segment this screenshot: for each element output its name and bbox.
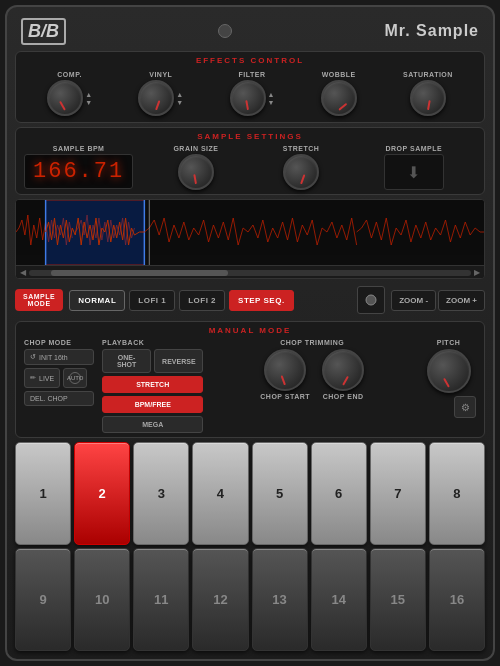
- mode-normal-btn[interactable]: NORMAL: [69, 290, 125, 311]
- scroll-thumb[interactable]: [51, 270, 228, 276]
- waveform-svg: [16, 200, 484, 265]
- pad-13[interactable]: 13: [252, 548, 308, 651]
- wobble-label: WOBBLE: [322, 71, 356, 78]
- chop-start-group: CHOP START: [260, 349, 310, 400]
- mode-controls: SAMPLE MODE NORMAL LOFI 1 LOFI 2 STEP SE…: [15, 283, 485, 317]
- pad-10[interactable]: 10: [74, 548, 130, 651]
- record-icon: [365, 294, 377, 306]
- chop-trim-label: CHOP TRIMMING: [280, 339, 344, 346]
- filter-up-arrow[interactable]: ▲: [268, 91, 275, 98]
- saturation-knob[interactable]: [410, 80, 446, 116]
- waveform-scrollbar[interactable]: ◀ ▶: [16, 265, 484, 279]
- pad-7[interactable]: 7: [370, 442, 426, 545]
- settings-btn[interactable]: ⚙: [454, 396, 476, 418]
- gear-icon: ⚙: [461, 402, 470, 413]
- vinyl-knob[interactable]: [138, 80, 174, 116]
- pad-1[interactable]: 1: [15, 442, 71, 545]
- chop-start-knob[interactable]: [264, 349, 306, 391]
- drop-icon: ⬇: [407, 163, 420, 182]
- waveform-section[interactable]: ◀ ▶: [15, 199, 485, 279]
- vinyl-label: VINYL: [149, 71, 172, 78]
- grain-size-group: GRAIN SIZE: [173, 145, 218, 190]
- wobble-knob-group: WOBBLE: [321, 71, 357, 116]
- mode-lofi2-btn[interactable]: LOFI 2: [179, 290, 225, 311]
- vinyl-knob-group: VINYL ▲ ▼: [138, 71, 183, 116]
- filter-knob[interactable]: [230, 80, 266, 116]
- grain-size-label: GRAIN SIZE: [173, 145, 218, 152]
- drop-sample-area: DROP SAMPLE ⬇: [384, 145, 444, 190]
- zoom-plus-btn[interactable]: ZOOM +: [438, 290, 485, 311]
- pad-2[interactable]: 2: [74, 442, 130, 545]
- filter-knob-group: FILTER ▲ ▼: [230, 71, 275, 116]
- vinyl-down-arrow[interactable]: ▼: [176, 99, 183, 106]
- pitch-label: PITCH: [437, 339, 461, 346]
- pad-6[interactable]: 6: [311, 442, 367, 545]
- pad-8[interactable]: 8: [429, 442, 485, 545]
- mode-buttons-group: NORMAL LOFI 1 LOFI 2 STEP SEQ.: [69, 290, 351, 311]
- stretch-knob[interactable]: [283, 154, 319, 190]
- pad-15[interactable]: 15: [370, 548, 426, 651]
- init-16th-btn[interactable]: ↺ INIT 16th: [24, 349, 94, 365]
- chop-end-label: CHOP END: [323, 393, 364, 400]
- stretch-label: STRETCH: [283, 145, 320, 152]
- comp-down-arrow[interactable]: ▼: [85, 99, 92, 106]
- chop-start-label: CHOP START: [260, 393, 310, 400]
- pad-3[interactable]: 3: [133, 442, 189, 545]
- auto-btn[interactable]: AUTO: [63, 368, 87, 388]
- rotate-icon: ↺: [30, 353, 36, 361]
- drop-sample-box[interactable]: ⬇: [384, 154, 444, 190]
- stretch-btn[interactable]: STRETCH: [102, 376, 203, 393]
- svg-rect-2: [46, 200, 145, 265]
- waveform-canvas: [16, 200, 484, 265]
- record-btn[interactable]: [357, 286, 385, 314]
- app-title: Mr. Sample: [385, 22, 479, 40]
- brand-logo: B/B: [21, 18, 66, 45]
- sample-mode-box: SAMPLE MODE: [15, 289, 63, 311]
- pads-row-2: 9 10 11 12 13 14 15 16: [15, 548, 485, 651]
- bpm-screen: 166.71: [24, 154, 133, 189]
- comp-up-arrow[interactable]: ▲: [85, 91, 92, 98]
- sample-settings-section: SAMPLE SETTINGS SAMPLE BPM 166.71 GRAIN …: [15, 127, 485, 195]
- zoom-minus-btn[interactable]: ZOOM -: [391, 290, 436, 311]
- svg-point-6: [366, 295, 376, 305]
- filter-down-arrow[interactable]: ▼: [268, 99, 275, 106]
- mega-btn[interactable]: MEGA: [102, 416, 203, 433]
- chop-end-knob[interactable]: [322, 349, 364, 391]
- mode-stepseq-btn[interactable]: STEP SEQ.: [229, 290, 294, 311]
- zoom-buttons: ZOOM - ZOOM +: [391, 290, 485, 311]
- pads-row-1: 1 2 3 4 5 6 7 8: [15, 442, 485, 545]
- effects-section-label: EFFECTS CONTROL: [24, 56, 476, 65]
- drop-sample-label: DROP SAMPLE: [385, 145, 442, 152]
- effects-knobs-row: COMP. ▲ ▼ VINYL ▲ ▼: [24, 69, 476, 118]
- sample-mode-label2: MODE: [28, 300, 51, 307]
- manual-mode-section: MANUAL MODE CHOP MODE ↺ INIT 16th ✏ LIVE…: [15, 321, 485, 438]
- pad-5[interactable]: 5: [252, 442, 308, 545]
- playback-col: PLAYBACK ONE-SHOT REVERSE STRETCH BPM/FR…: [102, 339, 203, 433]
- comp-knob[interactable]: [47, 80, 83, 116]
- vinyl-up-arrow[interactable]: ▲: [176, 91, 183, 98]
- wobble-knob[interactable]: [321, 80, 357, 116]
- bpm-free-btn[interactable]: BPM/FREE: [102, 396, 203, 413]
- reverse-btn[interactable]: REVERSE: [154, 349, 203, 373]
- pad-16[interactable]: 16: [429, 548, 485, 651]
- pad-4[interactable]: 4: [192, 442, 248, 545]
- mode-lofi1-btn[interactable]: LOFI 1: [129, 290, 175, 311]
- del-chop-btn[interactable]: DEL. CHOP: [24, 391, 94, 406]
- pad-12[interactable]: 12: [192, 548, 248, 651]
- live-btn[interactable]: ✏ LIVE: [24, 368, 60, 388]
- bpm-label: SAMPLE BPM: [53, 145, 105, 152]
- scroll-track[interactable]: [29, 270, 471, 276]
- manual-mode-label: MANUAL MODE: [24, 326, 476, 335]
- pad-14[interactable]: 14: [311, 548, 367, 651]
- pads-section: 1 2 3 4 5 6 7 8 9 10 11 12 13 14 15 16: [15, 442, 485, 651]
- scroll-right-arrow[interactable]: ▶: [474, 268, 480, 277]
- one-shot-btn[interactable]: ONE-SHOT: [102, 349, 151, 373]
- scroll-left-arrow[interactable]: ◀: [20, 268, 26, 277]
- pitch-knob[interactable]: [427, 349, 471, 393]
- chop-trim-col: CHOP TRIMMING CHOP START CHOP END: [211, 339, 413, 400]
- effects-control-section: EFFECTS CONTROL COMP. ▲ ▼ VINYL ▲: [15, 51, 485, 123]
- grain-size-knob[interactable]: [178, 154, 214, 190]
- settings-knobs: GRAIN SIZE STRETCH DROP SAMPLE ⬇: [141, 145, 476, 190]
- pad-11[interactable]: 11: [133, 548, 189, 651]
- pad-9[interactable]: 9: [15, 548, 71, 651]
